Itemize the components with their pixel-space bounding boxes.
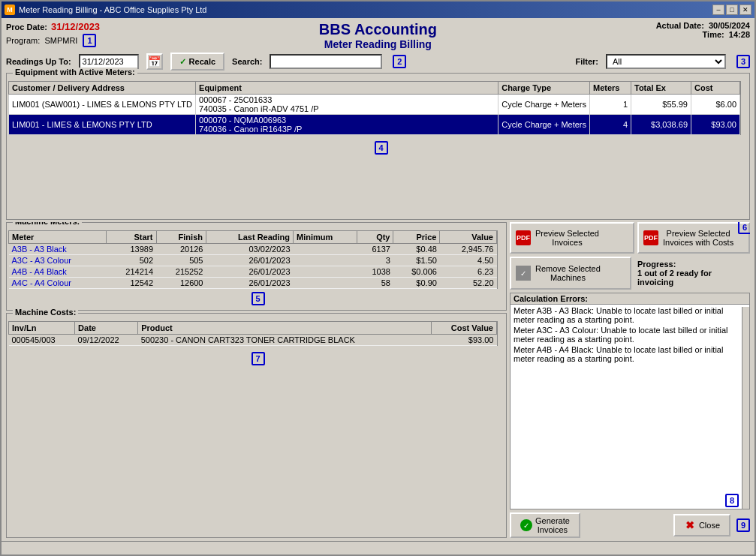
preview-invoices-button[interactable]: PDF Preview SelectedInvoices [510, 222, 634, 254]
minimize-button[interactable]: – [712, 5, 724, 15]
col-header-equipment: Equipment [196, 82, 498, 95]
col-header-meters: Meters [590, 82, 631, 95]
cell-price: $0.48 [393, 244, 440, 255]
remove-machines-button[interactable]: ✓ Remove SelectedMachines [510, 257, 631, 290]
meters-scrollbar[interactable] [497, 230, 505, 289]
cost-row[interactable]: 000545/003 09/12/2022 500230 - CANON CAR… [9, 335, 497, 346]
title-bar: M Meter Reading Billing - ABC Office Sup… [2, 2, 754, 18]
proc-date-area: Proc Date: 31/12/2023 Program: SMPMRI 1 [6, 21, 100, 47]
equipment-scrollbar[interactable] [740, 81, 748, 135]
col-price: Price [393, 231, 440, 244]
calc-errors-box: Calculation Errors: Meter A3B - A3 Black… [510, 293, 750, 509]
remove-machines-label: Remove SelectedMachines [535, 264, 601, 282]
left-panel: Machine Meters: Meter Start Finish Last … [6, 222, 507, 538]
cell-qty: 3 [357, 255, 393, 266]
cell-finish: 215252 [156, 266, 206, 278]
meter-row[interactable]: A4C - A4 Colour 12542 12600 26/01/2023 5… [9, 278, 497, 289]
meter-row[interactable]: A3C - A3 Colour 502 505 26/01/2023 3 $1.… [9, 255, 497, 266]
cell-price: $1.50 [393, 255, 440, 266]
cell-cost-value: $93.00 [432, 335, 497, 346]
cell-cost-selected: $93.00 [691, 115, 740, 135]
app-icon: M [5, 5, 15, 15]
meter-row[interactable]: A4B - A4 Black 214214 215252 26/01/2023 … [9, 266, 497, 278]
col-inv-ln: Inv/Ln [9, 322, 75, 335]
cell-value: 2,945.76 [440, 244, 497, 255]
progress-area: Progress: 1 out of 2 ready for invoicing [634, 257, 750, 290]
cell-date: 09/12/2022 [75, 335, 138, 346]
main-window: M Meter Reading Billing - ABC Office Sup… [0, 0, 756, 556]
cell-chargetype-selected: Cycle Charge + Meters [498, 115, 590, 135]
actual-date-area: Actual Date: 30/05/2024 Time: 14:28 [656, 21, 750, 39]
readings-up-to-input[interactable] [79, 54, 139, 69]
col-qty: Qty [357, 231, 393, 244]
app-title-sub: Meter Reading Billing [115, 38, 641, 50]
badge-3: 3 [736, 55, 750, 68]
calc-errors-content[interactable]: Meter A3B - A3 Black: Unable to locate l… [511, 305, 749, 509]
meters-table: Meter Start Finish Last Reading Minimum … [8, 230, 497, 289]
table-row[interactable]: LIM001 - LIMES & LEMONS PTY LTD 000070 -… [9, 115, 740, 135]
recalc-button[interactable]: ✓ Recalc [170, 53, 224, 71]
col-meter: Meter [9, 231, 107, 244]
error-line: Meter A4B - A4 Black: Unable to locate l… [514, 345, 746, 363]
cell-last-reading: 03/02/2023 [206, 244, 293, 255]
proc-date-value: 31/12/2023 [51, 21, 100, 32]
title-bar-controls: – □ ✕ [712, 5, 751, 15]
cell-minimum [294, 244, 357, 255]
cell-price: $0.006 [393, 266, 440, 278]
filter-label: Filter: [575, 57, 598, 66]
col-date: Date [75, 322, 138, 335]
calendar-icon-button[interactable]: 📅 [146, 53, 163, 70]
program-value: SMPMRI [44, 36, 77, 45]
machine-meters-title: Machine Meters: [13, 222, 82, 226]
table-row[interactable]: LIM001 (SAW001) - LIMES & LEMONS PTY LTD… [9, 95, 740, 115]
progress-value: 1 out of 2 ready for invoicing [637, 269, 747, 287]
meter-row[interactable]: A3B - A3 Black 13989 20126 03/02/2023 61… [9, 244, 497, 255]
maximize-button[interactable]: □ [726, 5, 738, 15]
cell-meters-selected: 4 [590, 115, 631, 135]
cell-minimum [294, 266, 357, 278]
filter-select[interactable]: All [606, 54, 726, 69]
close-window-button[interactable]: ✕ [739, 5, 751, 15]
close-area: ✖ Close 9 [673, 512, 750, 538]
col-start: Start [107, 231, 156, 244]
app-title-main: BBS Accounting [115, 21, 641, 38]
remove-progress-row: ✓ Remove SelectedMachines Progress: 1 ou… [510, 257, 750, 290]
cell-value: 4.50 [440, 255, 497, 266]
cell-meter-name: A4B - A4 Black [9, 266, 107, 278]
cell-value: 6.23 [440, 266, 497, 278]
col-last-reading: Last Reading [206, 231, 293, 244]
cell-value: 52.20 [440, 278, 497, 289]
preview-invoices-costs-label: Preview SelectedInvoices with Costs [663, 229, 733, 247]
costs-table: Inv/Ln Date Product Cost Value 000545/00… [8, 321, 497, 346]
search-input[interactable] [270, 54, 382, 69]
actual-date-value: 30/05/2024 [709, 21, 750, 30]
time-label: Time: [703, 30, 724, 39]
cell-last-reading: 26/01/2023 [206, 266, 293, 278]
proc-date-line: Proc Date: 31/12/2023 [6, 21, 100, 32]
program-line: Program: SMPMRI 1 [6, 34, 100, 47]
col-minimum: Minimum [294, 231, 357, 244]
equipment-group-title: Equipment with Active Meters: [13, 68, 137, 77]
generate-invoices-button[interactable]: ✓ GenerateInvoices [510, 512, 580, 538]
cell-price: $0.90 [393, 278, 440, 289]
col-cost-value: Cost Value [432, 322, 497, 335]
error-line: Meter A3C - A3 Colour: Unable to locate … [514, 326, 746, 344]
cell-last-reading: 26/01/2023 [206, 278, 293, 289]
cell-minimum [294, 255, 357, 266]
machine-costs-box: Machine Costs: Inv/Ln Date Product Cost … [6, 313, 507, 538]
cell-qty: 1038 [357, 266, 393, 278]
time-line: Time: 14:28 [656, 30, 750, 39]
readings-up-to-label: Readings Up To: [6, 57, 71, 66]
right-panel: PDF Preview SelectedInvoices PDF Preview… [510, 222, 750, 538]
errors-scrollbar[interactable] [742, 307, 749, 509]
preview-invoices-costs-button[interactable]: PDF Preview SelectedInvoices with Costs [637, 222, 750, 254]
col-header-cost: Cost [691, 82, 740, 95]
actual-date-line: Actual Date: 30/05/2024 [656, 21, 750, 30]
col-value: Value [440, 231, 497, 244]
close-button[interactable]: ✖ Close [673, 514, 730, 536]
cell-equipment-selected: 000070 - NQMA006963740036 - Canon iR1643… [196, 115, 498, 135]
machine-costs-title: Machine Costs: [13, 308, 78, 317]
cell-inv-ln: 000545/003 [9, 335, 75, 346]
close-label: Close [699, 521, 720, 530]
costs-scrollbar[interactable] [497, 321, 505, 346]
